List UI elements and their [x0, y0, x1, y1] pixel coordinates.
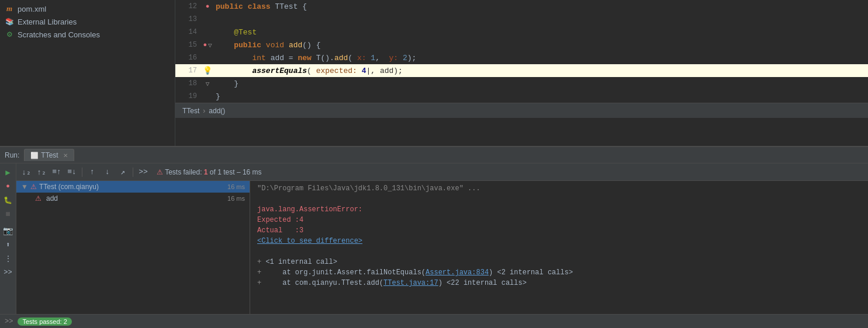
gutter-error: ●	[202, 3, 213, 10]
code-line-14: 14 @Test	[175, 26, 868, 39]
output-line: "D:\Program Files\Java\jdk1.8.0_131\bin\…	[257, 183, 861, 194]
code-lines: 12 ● public class TTest { 13 14 @Test 15…	[175, 0, 868, 103]
sidebar-item-pom[interactable]: m pom.xml	[0, 2, 175, 15]
stop-button[interactable]: ■	[2, 208, 15, 221]
expand-icon[interactable]: +	[257, 279, 261, 287]
code-editor: 12 ● public class TTest { 13 14 @Test 15…	[175, 0, 868, 146]
panel-content: ▶ ● 🐛 ■ 📷 ⬆ ⋮ >> ↓₂ ↑₂ ≡↑ ≡↓ ↑ ↓ ↗ >>	[0, 163, 868, 314]
gutter-arrow: ▽	[202, 80, 213, 88]
line-content: public class TTest {	[213, 2, 868, 11]
close-icon[interactable]: ✕	[63, 152, 68, 159]
breadcrumb-class[interactable]: TTest	[182, 107, 199, 115]
line-content: }	[213, 92, 868, 101]
expand-icon[interactable]: +	[257, 258, 261, 266]
output-line-stack1: + <1 internal call>	[257, 257, 861, 267]
run-button[interactable]: ▶	[2, 166, 15, 179]
code-line-16: 16 int add = new T().add( x: 1, y: 2);	[175, 51, 868, 64]
stack-text: <1 internal call>	[265, 258, 337, 266]
gutter-bulb: 💡	[202, 66, 213, 75]
sort-btn-1[interactable]: ↓₂	[20, 166, 33, 179]
tree-item-label: TTest (com.qianyu)	[39, 183, 99, 191]
tests-passed-badge[interactable]: Tests passed: 2	[18, 317, 71, 326]
separator	[82, 168, 82, 177]
more-button[interactable]: ⋮	[2, 252, 15, 265]
scratches-icon: ⚙	[5, 30, 14, 39]
sort-btn-2[interactable]: ↑₂	[35, 166, 48, 179]
more-tests-btn[interactable]: >>	[137, 166, 150, 179]
line-num: 16	[175, 54, 202, 62]
tree-item-label: add	[46, 194, 58, 203]
error-icon: ⚠	[35, 194, 42, 203]
code-line-15: 15 ●▽ public void add() {	[175, 39, 868, 51]
run-tab[interactable]: ⬜ TTest ✕	[24, 149, 74, 161]
sidebar: m pom.xml 📚 External Libraries ⚙ Scratch…	[0, 0, 175, 146]
external-libs-icon: 📚	[5, 17, 14, 26]
output-line-stack2: + at org.junit.Assert.failNotEquals(Asse…	[257, 267, 861, 278]
run-label: Run:	[5, 151, 19, 159]
sidebar-item-external-libs[interactable]: 📚 External Libraries	[0, 15, 175, 28]
debug-button[interactable]: 🐛	[2, 194, 15, 207]
line-num: 15	[175, 41, 202, 49]
line-num: 17	[175, 67, 202, 75]
pom-icon: m	[5, 4, 14, 13]
separator-2	[133, 168, 133, 177]
output-panel: "D:\Program Files\Java\jdk1.8.0_131\bin\…	[250, 181, 868, 314]
rerun-button[interactable]: ●	[2, 180, 15, 193]
expand-icon[interactable]: +	[257, 268, 261, 277]
line-num: 13	[175, 15, 202, 23]
output-line-blank2	[257, 246, 861, 257]
breadcrumb: TTest › add()	[175, 103, 868, 118]
align-btn-1[interactable]: ≡↑	[50, 166, 63, 179]
up-btn[interactable]: ↑	[86, 166, 99, 179]
tree-item-add[interactable]: ⚠ add 16 ms	[16, 193, 250, 204]
tab-label: TTest	[41, 151, 58, 159]
click-diff-link[interactable]: <Click to see difference>	[257, 236, 861, 246]
sidebar-item-label: External Libraries	[18, 18, 77, 26]
toolbar-row: ↓₂ ↑₂ ≡↑ ≡↓ ↑ ↓ ↗ >> ⚠ Tests failed: 1 o…	[16, 163, 868, 181]
code-line-19: 19 }	[175, 90, 868, 103]
output-line-error3: Actual :3	[257, 225, 861, 236]
output-line-error1: java.lang.AssertionError:	[257, 204, 861, 215]
down-btn[interactable]: ↓	[101, 166, 114, 179]
line-content: @Test	[213, 28, 868, 37]
line-num: 18	[175, 79, 202, 88]
expand-button[interactable]: >>	[2, 266, 15, 279]
fail-count: 1	[204, 168, 208, 176]
import-button[interactable]: ⬆	[2, 238, 15, 251]
camera-button[interactable]: 📷	[2, 224, 15, 237]
code-line-18: 18 ▽ }	[175, 77, 868, 90]
output-line-stack3: + at com.qianyu.TTest.add(TTest.java:17)…	[257, 278, 861, 288]
sidebar-item-label: pom.xml	[18, 5, 46, 13]
breadcrumb-method[interactable]: add()	[209, 107, 225, 115]
export-btn[interactable]: ↗	[116, 166, 129, 179]
tree-item-ttest[interactable]: ▼ ⚠ TTest (com.qianyu) 16 ms	[16, 181, 250, 193]
line-num: 19	[175, 92, 202, 100]
gutter-error-arrow: ●▽	[202, 41, 213, 49]
error-icon: ⚠	[30, 183, 37, 191]
sidebar-item-scratches[interactable]: ⚙ Scratches and Consoles	[0, 28, 175, 41]
line-num: 12	[175, 2, 202, 11]
assert-link[interactable]: Assert.java:834	[426, 268, 489, 277]
code-line-13: 13	[175, 13, 868, 26]
breadcrumb-sep: ›	[203, 107, 205, 115]
fail-icon: ⚠	[157, 168, 163, 176]
expand-icon: ▼	[21, 183, 28, 191]
sidebar-item-label: Scratches and Consoles	[18, 30, 100, 39]
line-num: 14	[175, 28, 202, 36]
status-bar: >> Tests passed: 2	[0, 314, 868, 328]
align-btn-2[interactable]: ≡↓	[65, 166, 78, 179]
test-status: ⚠ Tests failed: 1 of 1 test – 16 ms	[157, 168, 262, 176]
line-content: assertEquals( expected: 4|, add);	[213, 67, 868, 75]
run-bar: Run: ⬜ TTest ✕	[0, 147, 868, 163]
tree-item-time: 16 ms	[227, 183, 245, 190]
code-line-17: 17 💡 assertEquals( expected: 4|, add);	[175, 64, 868, 77]
test-status-text: Tests failed: 1 of 1 test – 16 ms	[165, 168, 261, 176]
code-line-12: 12 ● public class TTest {	[175, 0, 868, 13]
tree-item-time: 16 ms	[227, 195, 245, 202]
ttest-link[interactable]: TTest.java:17	[383, 279, 438, 287]
test-tree: ▼ ⚠ TTest (com.qianyu) 16 ms ⚠ add 16 ms	[16, 181, 250, 314]
status-arrows[interactable]: >>	[5, 317, 13, 326]
line-content: }	[213, 79, 868, 88]
line-content: int add = new T().add( x: 1, y: 2);	[213, 54, 868, 62]
line-content: public void add() {	[213, 41, 868, 50]
